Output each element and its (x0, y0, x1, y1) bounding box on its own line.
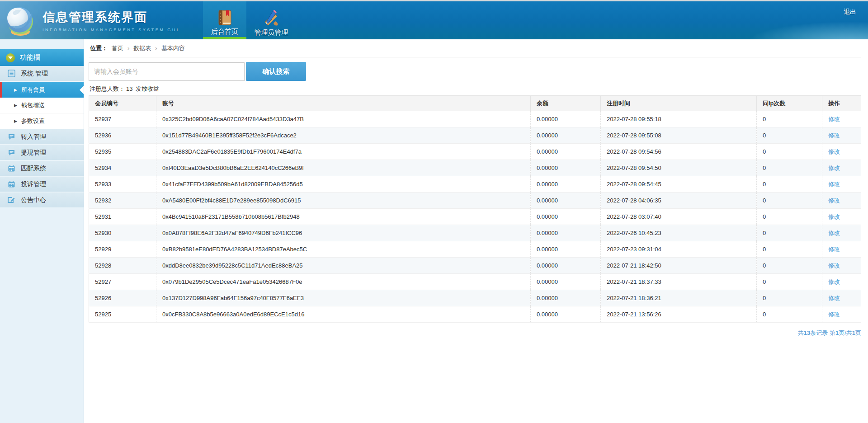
pagination: 共13条记录 第1页/共1页 (89, 329, 861, 337)
edit-link[interactable]: 修改 (828, 262, 840, 269)
breadcrumb: 位置： 首页 › 数据表 › 基本内容 (89, 39, 861, 57)
cell-balance: 0.00000 (531, 193, 601, 209)
cell-member-id: 52929 (89, 241, 156, 258)
sidebar-item-withdraw-manage[interactable]: 提现管理 (0, 145, 84, 161)
table-row: 52934 0xf40D3EaaD3e5DcB80bB6aE2EE624140c… (89, 160, 861, 176)
col-reg-time: 注册时间 (601, 96, 757, 111)
edit-link[interactable]: 修改 (828, 132, 840, 139)
triangle-right-icon: ▶ (14, 103, 17, 108)
table-row: 52937 0x325C2bd09D06A6caA07C024f784Aad54… (89, 111, 861, 127)
cell-member-id: 52925 (89, 306, 156, 323)
edit-link[interactable]: 修改 (828, 278, 840, 285)
table-row: 52928 0xddD8ee0832be39d95228c5C11d71AedE… (89, 258, 861, 274)
cell-balance: 0.00000 (531, 258, 601, 274)
stats-line: 注册总人数：13 发放收益 (89, 85, 861, 93)
edit-link[interactable]: 修改 (828, 148, 840, 155)
col-balance: 余额 (531, 96, 601, 111)
cell-action: 修改 (822, 127, 861, 144)
cell-action: 修改 (822, 176, 861, 193)
col-account: 账号 (156, 96, 531, 111)
edit-link[interactable]: 修改 (828, 164, 840, 171)
sidebar: 功能欄 系统 管理 ▶ 所有會員 ▶ 钱包增送 (0, 39, 84, 423)
breadcrumb-item-basic-content[interactable]: 基本内容 (161, 44, 185, 52)
logo (0, 4, 36, 37)
edit-link[interactable]: 修改 (828, 181, 840, 188)
sidebar-item-complaint-manage[interactable]: 投诉管理 (0, 177, 84, 193)
logout-button[interactable]: 退出 (844, 8, 856, 16)
tab-label: 后台首页 (211, 28, 238, 36)
sidebar-item-wallet-gift[interactable]: ▶ 钱包增送 (0, 98, 84, 113)
menu-label: 系统 管理 (21, 70, 48, 78)
edit-link[interactable]: 修改 (828, 197, 840, 204)
cell-balance: 0.00000 (531, 176, 601, 193)
panel-title: 功能欄 (20, 53, 40, 62)
cell-balance: 0.00000 (531, 290, 601, 306)
cell-balance: 0.00000 (531, 111, 601, 127)
tab-label: 管理员管理 (254, 28, 288, 37)
tab-admin-manage[interactable]: 管理员管理 (246, 1, 296, 39)
cell-reg-time: 2022-07-21 18:37:33 (601, 274, 757, 290)
cell-action: 修改 (822, 274, 861, 290)
sidebar-item-all-members[interactable]: ▶ 所有會員 (0, 82, 84, 98)
edit-link[interactable]: 修改 (828, 295, 840, 301)
cell-reg-time: 2022-07-28 03:07:40 (601, 209, 757, 225)
nav-tabs: 后台首页 管理员管理 (203, 1, 296, 39)
col-member-id: 会员编号 (89, 96, 156, 111)
cell-member-id: 52930 (89, 225, 156, 241)
payout-label: 发放收益 (136, 85, 159, 92)
sidebar-item-param-settings[interactable]: ▶ 参数设置 (0, 113, 84, 129)
table-row: 52936 0x151d77B49460B1E395ff358F52f2e3cF… (89, 127, 861, 144)
edit-link[interactable]: 修改 (828, 246, 840, 253)
confirm-search-button[interactable]: 确认搜索 (246, 62, 306, 81)
cell-ip-count: 0 (757, 144, 822, 160)
cell-account: 0x0cFB330C8A8b5e96663a0A0edE6d89ECcE1c5d… (156, 306, 531, 323)
cell-balance: 0.00000 (531, 209, 601, 225)
menu-label: 投诉管理 (21, 180, 46, 188)
edit-link[interactable]: 修改 (828, 213, 840, 220)
menu-label: 公告中心 (21, 196, 46, 204)
app-header: 信息管理系统界面 INFORMATION MANAGEMENT SYSTEM G… (0, 1, 868, 39)
edit-link[interactable]: 修改 (828, 311, 840, 318)
table-header-row: 会员编号 账号 余额 注册时间 同ip次数 操作 (89, 96, 861, 111)
cell-ip-count: 0 (757, 209, 822, 225)
cell-action: 修改 (822, 225, 861, 241)
sidebar-item-announcement-center[interactable]: 公告中心 (0, 193, 84, 208)
breadcrumb-item-datatable[interactable]: 数据表 (133, 44, 151, 52)
tab-backend-home[interactable]: 后台首页 (203, 1, 246, 39)
cell-action: 修改 (822, 209, 861, 225)
edit-link[interactable]: 修改 (828, 116, 840, 122)
cell-ip-count: 0 (757, 127, 822, 144)
cell-member-id: 52935 (89, 144, 156, 160)
edit-link[interactable]: 修改 (828, 230, 840, 236)
members-table: 会员编号 账号 余额 注册时间 同ip次数 操作 52937 0x325C2bd… (89, 95, 861, 323)
breadcrumb-item-home[interactable]: 首页 (112, 44, 123, 52)
app-subtitle: INFORMATION MANAGEMENT SYSTEM GUI (42, 28, 179, 32)
registered-total-label: 注册总人数： (90, 85, 125, 92)
menu-label: 匹配系统 (21, 164, 46, 173)
cell-account: 0xA5480E00Ff2bf4c88E1D7e289ee855098DdC69… (156, 193, 531, 209)
sidebar-item-system-manage[interactable]: 系统 管理 (0, 66, 84, 82)
cell-reg-time: 2022-07-26 10:45:23 (601, 225, 757, 241)
cell-balance: 0.00000 (531, 306, 601, 323)
cell-balance: 0.00000 (531, 127, 601, 144)
notebook-icon (216, 9, 234, 27)
calendar-icon (8, 164, 15, 172)
cell-balance: 0.00000 (531, 144, 601, 160)
search-input[interactable] (89, 62, 245, 81)
triangle-right-icon: ▶ (14, 119, 17, 123)
submenu-label: 参数设置 (21, 117, 45, 125)
cell-account: 0x325C2bd09D06A6caA07C024f784Aad5433D3a4… (156, 111, 531, 127)
app-title: 信息管理系统界面 (42, 9, 179, 25)
sidebar-item-transfer-in[interactable]: 转入管理 (0, 129, 84, 145)
menu-label: 提现管理 (21, 149, 46, 157)
cell-action: 修改 (822, 258, 861, 274)
cell-reg-time: 2022-07-28 09:54:50 (601, 160, 757, 176)
sidebar-item-match-system[interactable]: 匹配系统 (0, 161, 84, 177)
cell-member-id: 52926 (89, 290, 156, 306)
sidebar-panel-header[interactable]: 功能欄 (0, 49, 84, 66)
cell-ip-count: 0 (757, 290, 822, 306)
cell-action: 修改 (822, 160, 861, 176)
cell-ip-count: 0 (757, 306, 822, 323)
cell-account: 0x137D127D998A96Fab64F156a97c40F8577F6aE… (156, 290, 531, 306)
cell-action: 修改 (822, 306, 861, 323)
